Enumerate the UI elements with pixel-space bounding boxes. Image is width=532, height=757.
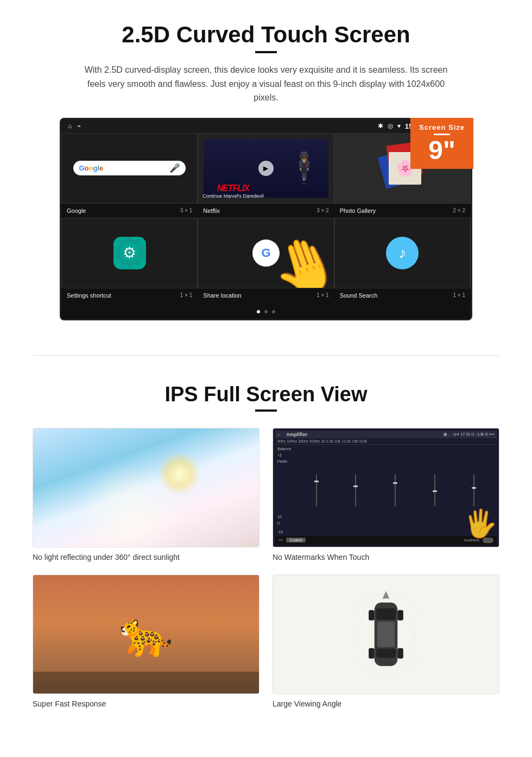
device-mockup: Screen Size 9" ⌂ ⌁ ✱ ◎ ▾ 15:06 ⊡ ◁) ⊠ <box>60 118 472 320</box>
section2-underline <box>255 409 277 412</box>
section1-description: With 2.5D curved-display screen, this de… <box>76 63 456 105</box>
app-label-row-top: Google 3 × 1 Netflix 3 × 2 Photo Gallery… <box>61 204 471 218</box>
settings-grid: 1 × 1 <box>180 292 193 298</box>
photo-gallery-grid: 2 × 2 <box>453 207 465 213</box>
settings-label: Settings shortcut 1 × 1 <box>61 291 198 300</box>
settings-name: Settings shortcut <box>67 292 111 299</box>
screen-size-badge: Screen Size 9" <box>410 118 473 169</box>
amp-topbar: ⌂ Amplifier ▦ … ◎ ▾ 17:33 ⊡ ◁) ⊠ ⊟ ⟵ <box>275 431 497 438</box>
screenshot-item-1: No light reflecting under 360° direct su… <box>33 428 259 562</box>
svg-marker-10 <box>383 591 390 598</box>
caption-3: Super Fast Response <box>33 699 259 708</box>
netflix-overlay: NETFLIX Continue Marvel's Daredevil <box>202 184 263 199</box>
touch-hand: 🖐 <box>464 508 497 539</box>
photo-gallery-name: Photo Gallery <box>340 207 376 214</box>
google-app-cell[interactable]: Google 🎤 <box>61 133 198 204</box>
usb-icon: ⌁ <box>77 122 81 130</box>
caption-1: No light reflecting under 360° direct su… <box>33 553 259 562</box>
netflix-logo: NETFLIX <box>202 184 263 193</box>
sound-search-name: Sound Search <box>340 292 378 299</box>
screenshot-item-4: Large Viewing Angle <box>273 575 499 708</box>
svg-rect-6 <box>369 610 375 620</box>
settings-app-cell[interactable]: ⚙ ⚙ <box>61 218 198 288</box>
hand-pointer-icon: 🤚 <box>262 225 334 288</box>
section-ips: IPS Full Screen View No light reflecting… <box>0 372 532 730</box>
amplifier-image: ⌂ Amplifier ▦ … ◎ ▾ 17:33 ⊡ ◁) ⊠ ⊟ ⟵ 60h… <box>273 428 499 547</box>
screenshot-img-2: ⌂ Amplifier ▦ … ◎ ▾ 17:33 ⊡ ◁) ⊠ ⊟ ⟵ 60h… <box>273 428 499 547</box>
play-button[interactable]: ▶ <box>258 161 274 176</box>
screenshot-grid: No light reflecting under 360° direct su… <box>33 428 499 708</box>
google-name: Google <box>67 207 86 214</box>
home-icon: ⌂ <box>68 122 72 130</box>
netflix-label: Netflix 3 × 2 <box>198 206 334 216</box>
sound-search-grid: 1 × 1 <box>453 292 465 298</box>
share-location-name: Share location <box>203 292 241 299</box>
dot-1 <box>257 310 260 313</box>
netflix-name: Netflix <box>203 207 220 214</box>
dots-indicator <box>61 302 471 319</box>
status-bar-left: ⌂ ⌁ <box>68 122 81 130</box>
svg-rect-9 <box>397 648 403 658</box>
svg-rect-7 <box>369 648 375 658</box>
person-figure: 🕴 <box>286 150 323 186</box>
badge-title: Screen Size <box>419 123 465 131</box>
svg-rect-3 <box>376 608 396 620</box>
car-image <box>273 575 499 693</box>
dot-3 <box>272 310 275 313</box>
netflix-subtitle: Continue Marvel's Daredevil <box>202 193 263 199</box>
title-underline <box>255 51 277 53</box>
badge-underline <box>434 134 450 135</box>
screenshot-item-2: ⌂ Amplifier ▦ … ◎ ▾ 17:33 ⊡ ◁) ⊠ ⊟ ⟵ 60h… <box>273 428 499 562</box>
svg-rect-8 <box>397 610 403 620</box>
caption-2: No Watermarks When Touch <box>273 553 499 562</box>
svg-rect-5 <box>377 621 395 647</box>
google-search-bar[interactable]: Google 🎤 <box>73 161 185 175</box>
share-location-label: Share location 1 × 1 <box>198 291 334 300</box>
screenshot-img-4 <box>273 575 499 694</box>
app-grid: Google 🎤 🕴 ▶ NETFLIX Continue Marvel's D… <box>61 133 471 204</box>
app-label-row-bottom: Settings shortcut 1 × 1 Share location 1… <box>61 288 471 302</box>
share-location-cell[interactable]: G 🤚 <box>198 218 334 288</box>
settings-bg-icon: ⚙ <box>110 228 149 278</box>
section-divider <box>33 355 499 356</box>
sky-image <box>33 428 259 547</box>
share-location-grid: 1 × 1 <box>316 292 329 298</box>
screenshot-img-3: 🐆 <box>33 575 259 694</box>
cheetah-icon: 🐆 <box>119 609 173 660</box>
google-logo: Google <box>79 164 103 172</box>
sound-search-label: Sound Search 1 × 1 <box>334 291 471 300</box>
screenshot-img-1 <box>33 428 259 547</box>
bluetooth-icon: ✱ <box>378 122 383 130</box>
google-label: Google 3 × 1 <box>61 206 198 216</box>
status-bar: ⌂ ⌁ ✱ ◎ ▾ 15:06 ⊡ ◁) ⊠ ▭ <box>61 119 471 133</box>
sound-icon: ♪ <box>386 237 419 269</box>
google-grid: 3 × 1 <box>180 207 193 213</box>
car-top-view-svg <box>353 588 419 680</box>
app-grid-bottom: ⚙ ⚙ G 🤚 ♪ <box>61 218 471 288</box>
badge-size: 9" <box>419 137 465 163</box>
netflix-grid: 3 × 2 <box>316 207 329 213</box>
cheetah-image: 🐆 <box>33 575 259 693</box>
section2-title: IPS Full Screen View <box>33 383 499 406</box>
photo-gallery-label: Photo Gallery 2 × 2 <box>334 206 471 216</box>
location-icon: ◎ <box>388 122 393 130</box>
mic-icon: 🎤 <box>169 163 180 173</box>
section1-title: 2.5D Curved Touch Screen <box>33 22 499 48</box>
screenshot-item-3: 🐆 Super Fast Response <box>33 575 259 708</box>
sound-search-cell[interactable]: ♪ <box>334 218 471 288</box>
svg-rect-4 <box>376 648 396 658</box>
section-curved-touch: 2.5D Curved Touch Screen With 2.5D curve… <box>0 0 532 339</box>
wifi-icon: ▾ <box>397 122 401 130</box>
dot-2 <box>264 310 268 313</box>
caption-4: Large Viewing Angle <box>273 699 499 708</box>
netflix-app-cell[interactable]: 🕴 ▶ NETFLIX Continue Marvel's Daredevil <box>198 133 334 204</box>
